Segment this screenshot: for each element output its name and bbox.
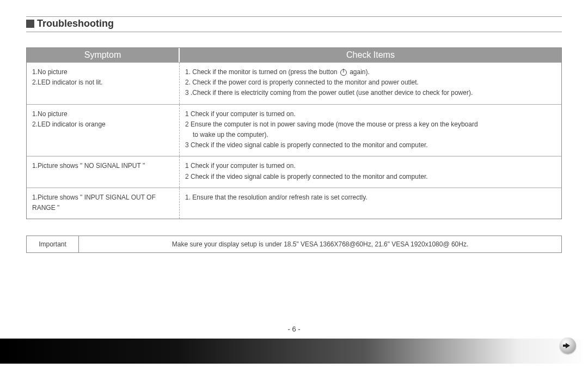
important-label: Important	[27, 236, 79, 252]
table-row: 1.Picture shows " NO SIGNAL INPUT " 1 Ch…	[27, 156, 561, 187]
important-text: Make sure your display setup is under 18…	[79, 236, 561, 252]
symptom-line: 2.LED indicator is not lit.	[32, 77, 174, 88]
check-cell: 1 Check if your computer is turned on. 2…	[180, 105, 561, 156]
table-row: 1.No picture 2.LED indicator is not lit.…	[27, 62, 561, 104]
check-line: 1. Check if the monitor is turned on (pr…	[185, 67, 556, 77]
symptom-cell: 1.Picture shows " NO SIGNAL INPUT "	[27, 156, 180, 187]
check-cell: 1. Ensure that the resolution and/or ref…	[180, 188, 561, 219]
header-symptom: Symptom	[27, 48, 180, 62]
title-square-icon	[26, 20, 34, 28]
symptom-line: 1.Picture shows " NO SIGNAL INPUT "	[32, 161, 174, 171]
symptom-cell: 1.Picture shows " INPUT SIGNAL OUT OF RA…	[27, 188, 180, 219]
power-icon	[340, 69, 347, 76]
footer-bar	[0, 339, 588, 364]
troubleshooting-table: Symptom Check Items 1.No picture 2.LED i…	[26, 47, 562, 219]
important-note: Important Make sure your display setup i…	[26, 236, 562, 253]
section-title: Troubleshooting	[37, 18, 114, 29]
table-header-row: Symptom Check Items	[27, 48, 561, 62]
page-number: - 6 -	[0, 325, 588, 333]
arrow-right-icon	[566, 343, 570, 348]
header-check: Check Items	[180, 48, 561, 62]
check-cell: 1. Check if the monitor is turned on (pr…	[180, 63, 561, 104]
check-line: 2 Ensure the computer is not in power sa…	[185, 119, 556, 130]
symptom-line: 1.Picture shows " INPUT SIGNAL OUT OF RA…	[32, 192, 174, 213]
symptom-line: 2.LED indicator is orange	[32, 119, 174, 130]
symptom-line: 1.No picture	[32, 109, 174, 119]
check-line: 3 Check if the video signal cable is pro…	[185, 140, 556, 150]
table-row: 1.No picture 2.LED indicator is orange 1…	[27, 104, 561, 156]
check-line: 1 Check if your computer is turned on.	[185, 161, 556, 171]
check-line: 2 Check if the video signal cable is pro…	[185, 172, 556, 182]
check-line: to wake up the computer).	[185, 130, 556, 140]
symptom-cell: 1.No picture 2.LED indicator is not lit.	[27, 63, 180, 104]
check-text: 1. Check if the monitor is turned on (pr…	[185, 68, 339, 76]
check-text: again).	[350, 68, 370, 76]
check-line: 1 Check if your computer is turned on.	[185, 109, 556, 119]
next-page-button[interactable]	[560, 337, 576, 354]
check-line: 1. Ensure that the resolution and/or ref…	[185, 192, 556, 203]
check-line: 2. Check if the power cord is properly c…	[185, 77, 556, 88]
table-row: 1.Picture shows " INPUT SIGNAL OUT OF RA…	[27, 188, 561, 219]
symptom-cell: 1.No picture 2.LED indicator is orange	[27, 105, 180, 156]
check-cell: 1 Check if your computer is turned on. 2…	[180, 156, 561, 187]
symptom-line: 1.No picture	[32, 67, 174, 77]
section-title-row: Troubleshooting	[26, 16, 562, 32]
check-line: 3 .Check if there is electricity coming …	[185, 88, 556, 98]
